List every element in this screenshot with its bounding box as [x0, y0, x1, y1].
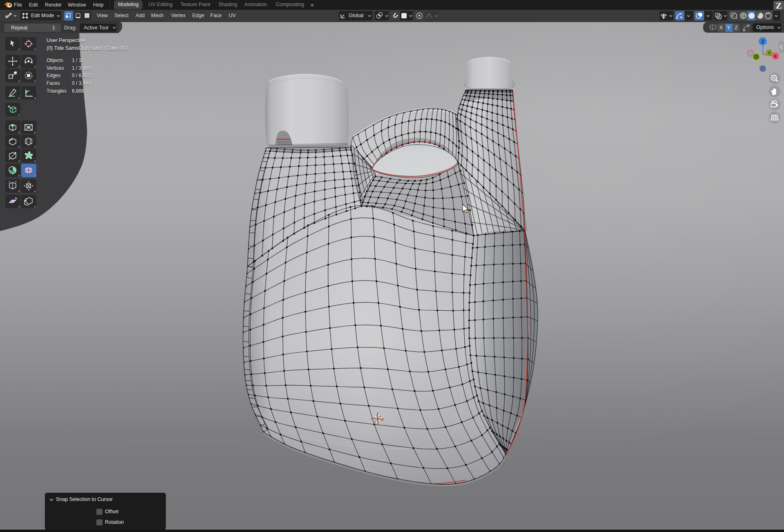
svg-text:Z: Z — [761, 39, 764, 45]
svg-text:Y: Y — [768, 51, 771, 56]
svg-text:X: X — [774, 54, 777, 59]
